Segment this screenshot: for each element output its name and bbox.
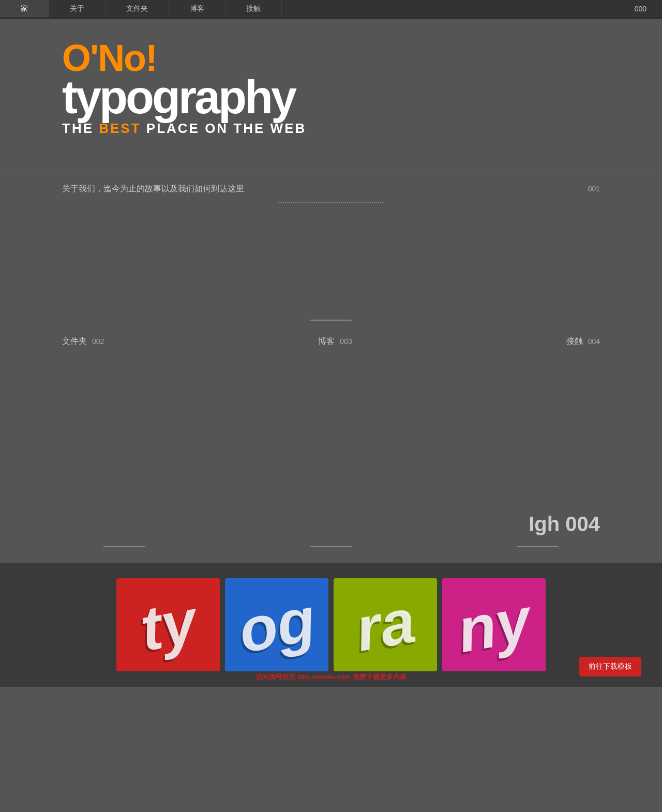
bottom-sep-center <box>310 546 352 547</box>
footer-tiles: ty og ra ny <box>0 573 662 676</box>
section-contact-label: 接触 <box>566 336 583 347</box>
hero-section: O'No! typography THE BEST PLACE ON THE W… <box>0 19 662 162</box>
tile-og: og <box>225 578 328 671</box>
section-contact-num: 004 <box>588 337 600 345</box>
section-blog-num: 003 <box>340 337 352 345</box>
nav-badge: 000 <box>619 5 662 13</box>
tile-ra-letter: ra <box>351 589 420 660</box>
section-folder-label: 文件夹 <box>62 336 87 347</box>
igh-text: Igh 004 <box>529 513 600 536</box>
footer-section: ty og ra ny 访问倒号社区 bbs.xienlao.com 免费下载更… <box>0 563 662 687</box>
section-blog-label: 博客 <box>318 336 335 347</box>
logo-typography: typography <box>62 77 600 118</box>
bottom-separators <box>0 541 662 552</box>
tile-ny-letter: ny <box>453 588 535 661</box>
section-folder-num: 002 <box>92 337 104 345</box>
cards-area <box>0 357 662 513</box>
about-section: 关于我们，迄今为止的故事以及我们如何到达这里 001 <box>0 173 662 194</box>
tile-ny: ny <box>442 578 546 671</box>
nav-home[interactable]: 家 <box>0 0 49 18</box>
section-contact[interactable]: 接触 004 <box>566 336 600 347</box>
tagline-pre: THE <box>62 121 99 136</box>
watermark: 访问倒号社区 bbs.xienlao.com 免费下载更多内容 <box>0 672 662 682</box>
nav-items: 家 关于 文件夹 博客 接触 <box>0 0 619 18</box>
tile-ty: ty <box>116 578 220 671</box>
section-blog[interactable]: 博客 003 <box>318 336 352 347</box>
bottom-sep-right <box>517 546 559 547</box>
dotted-line <box>279 202 383 203</box>
content-middle <box>0 211 662 314</box>
logo-block: O'No! typography THE BEST PLACE ON THE W… <box>62 39 600 137</box>
logo-tagline: THE BEST PLACE ON THE WEB <box>62 121 600 137</box>
tile-ty-letter: ty <box>136 590 201 660</box>
tagline-best: BEST <box>99 121 141 136</box>
short-line-center <box>310 320 352 321</box>
dotted-separator <box>0 202 662 203</box>
nav-folder[interactable]: 文件夹 <box>106 0 169 18</box>
nav-blog[interactable]: 博客 <box>169 0 225 18</box>
igh-section: Igh 004 <box>0 513 662 536</box>
about-text: 关于我们，迄今为止的故事以及我们如何到达这里 <box>62 184 244 194</box>
nav-contact[interactable]: 接触 <box>225 0 282 18</box>
section-folder[interactable]: 文件夹 002 <box>62 336 104 347</box>
bottom-sep-left <box>103 546 145 547</box>
nav-about[interactable]: 关于 <box>49 0 106 18</box>
short-separator-center <box>0 320 662 321</box>
download-button[interactable]: 前往下载模板 <box>579 657 641 676</box>
main-nav: 家 关于 文件夹 博客 接触 000 <box>0 0 662 19</box>
tagline-post: PLACE ON THE WEB <box>141 121 307 136</box>
tile-ra: ra <box>334 578 437 671</box>
sections-row: 文件夹 002 博客 003 接触 004 <box>0 326 662 357</box>
about-num: 001 <box>588 185 600 193</box>
tile-og-letter: og <box>234 588 319 662</box>
